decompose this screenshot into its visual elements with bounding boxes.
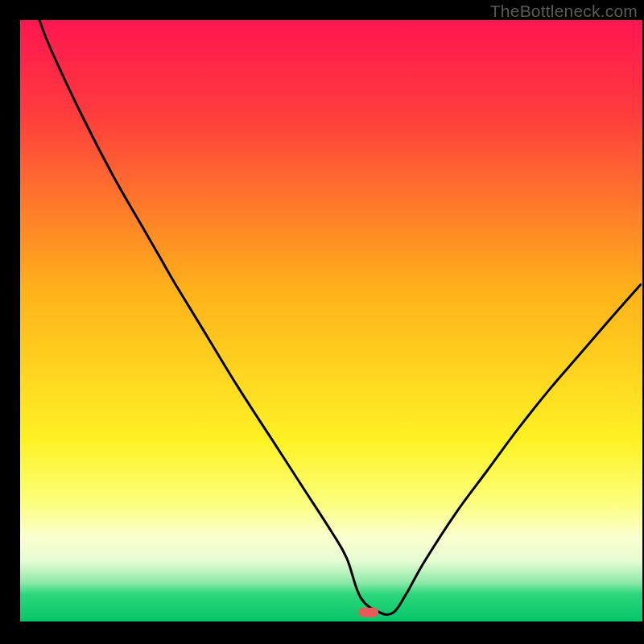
frame-border bbox=[0, 621, 644, 644]
frame-border bbox=[0, 0, 20, 644]
chart-canvas bbox=[0, 0, 644, 644]
bottleneck-chart: TheBottleneck.com bbox=[0, 0, 644, 644]
optimal-point-marker bbox=[359, 608, 379, 617]
watermark-label: TheBottleneck.com bbox=[490, 2, 638, 21]
